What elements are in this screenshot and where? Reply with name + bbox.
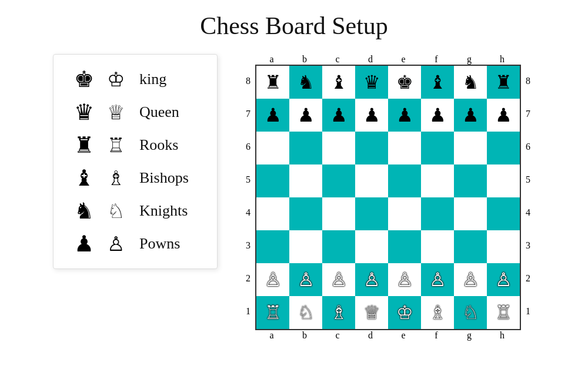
board-cell-7d: ♟ [355, 99, 388, 132]
col-label-bottom-a: a [255, 330, 288, 341]
col-label-bottom-g: g [453, 330, 486, 341]
col-label-bottom-b: b [288, 330, 321, 341]
board-cell-3f [421, 230, 454, 263]
piece-1d: ♕ [363, 301, 380, 324]
board-cell-1g: ♘ [454, 296, 487, 329]
col-label-top-c: c [321, 54, 354, 65]
board-cell-3g [454, 230, 487, 263]
legend-row-queen: ♛♕Queen [71, 99, 199, 125]
piece-2d: ♙ [363, 268, 380, 291]
board-cell-3d [355, 230, 388, 263]
board-cell-8e: ♚ [388, 66, 421, 99]
board-cell-5g [454, 164, 487, 197]
board-cell-3c [322, 230, 355, 263]
board-cell-4e [388, 197, 421, 230]
piece-black-bishops: ♝ [71, 165, 97, 191]
piece-2h: ♙ [495, 268, 512, 291]
piece-1f: ♗ [429, 301, 446, 324]
board-cell-8b: ♞ [289, 66, 322, 99]
row-label-left-4: 4 [241, 196, 255, 229]
piece-1a: ♖ [265, 301, 282, 324]
board-cell-1b: ♘ [289, 296, 322, 329]
piece-7b: ♟ [298, 104, 315, 126]
row-label-left-2: 2 [241, 262, 255, 295]
board-cell-7a: ♟ [256, 99, 289, 132]
board-cell-5a [256, 164, 289, 197]
board-cell-8g: ♞ [454, 66, 487, 99]
row-label-left-6: 6 [241, 130, 255, 163]
piece-label-king: king [139, 70, 166, 88]
piece-1c: ♗ [330, 301, 348, 324]
piece-8d: ♛ [363, 71, 380, 93]
row-label-right-2: 2 [521, 262, 535, 295]
piece-white-rooks: ♖ [103, 133, 129, 157]
board-cell-7g: ♟ [454, 99, 487, 132]
piece-white-knights: ♘ [103, 199, 129, 223]
col-label-top-a: a [255, 54, 288, 65]
piece-1g: ♘ [462, 301, 479, 324]
piece-white-bishops: ♗ [103, 166, 129, 190]
board-cell-5c [322, 164, 355, 197]
legend-row-knights: ♞♘Knights [71, 198, 199, 224]
board-cell-7h: ♟ [487, 99, 520, 132]
piece-7h: ♟ [495, 104, 512, 126]
row-label-left-1: 1 [241, 295, 255, 328]
board-cell-4h [487, 197, 520, 230]
row-label-left-7: 7 [241, 98, 255, 130]
board-cell-8f: ♝ [421, 66, 454, 99]
col-label-top-h: h [486, 54, 519, 65]
board-cell-5d [355, 164, 388, 197]
board-cell-6a [256, 132, 289, 164]
row-label-left-3: 3 [241, 229, 255, 262]
board-cell-3e [388, 230, 421, 263]
board-cell-7b: ♟ [289, 99, 322, 132]
piece-7e: ♟ [396, 104, 413, 126]
board-cell-4g [454, 197, 487, 230]
board-cell-6h [487, 132, 520, 164]
piece-8b: ♞ [298, 71, 315, 93]
board-with-coords: abcdefgh87654321♜♞♝♛♚♝♞♜♟♟♟♟♟♟♟♟♙♙♙♙♙♙♙♙… [241, 54, 535, 341]
board-cell-6f [421, 132, 454, 164]
board-cell-5f [421, 164, 454, 197]
piece-black-king: ♚ [71, 66, 97, 92]
row-label-right-3: 3 [521, 229, 535, 262]
board-cell-1d: ♕ [355, 296, 388, 329]
row-label-left-5: 5 [241, 163, 255, 196]
board-cell-5e [388, 164, 421, 197]
piece-7a: ♟ [265, 104, 282, 126]
board-cell-7f: ♟ [421, 99, 454, 132]
col-label-top-f: f [420, 54, 453, 65]
board-cell-6b [289, 132, 322, 164]
legend-row-king: ♚♔king [71, 66, 199, 92]
piece-8h: ♜ [495, 71, 512, 93]
board-cell-6g [454, 132, 487, 164]
board-cell-2h: ♙ [487, 263, 520, 296]
legend-card: ♚♔king♛♕Queen♜♖Rooks♝♗Bishops♞♘Knights♟♙… [53, 54, 218, 269]
piece-2e: ♙ [396, 268, 413, 291]
col-label-bottom-d: d [354, 330, 387, 341]
board-cell-1a: ♖ [256, 296, 289, 329]
piece-7c: ♟ [330, 104, 348, 126]
board-cell-4f [421, 197, 454, 230]
piece-1b: ♘ [298, 301, 315, 324]
board-cell-1h: ♖ [487, 296, 520, 329]
piece-7f: ♟ [429, 104, 446, 126]
legend-row-powns: ♟♙Powns [71, 231, 199, 257]
board-cell-2e: ♙ [388, 263, 421, 296]
board-cell-3a [256, 230, 289, 263]
board-cell-6c [322, 132, 355, 164]
piece-8a: ♜ [265, 71, 282, 93]
piece-black-rooks: ♜ [71, 132, 97, 158]
piece-7d: ♟ [363, 104, 380, 126]
row-label-right-7: 7 [521, 98, 535, 130]
piece-white-king: ♔ [103, 68, 129, 91]
board-cell-8c: ♝ [322, 66, 355, 99]
col-label-bottom-h: h [486, 330, 519, 341]
board-cell-7c: ♟ [322, 99, 355, 132]
board-cell-8a: ♜ [256, 66, 289, 99]
legend-row-rooks: ♜♖Rooks [71, 132, 199, 158]
piece-black-knights: ♞ [71, 198, 97, 224]
board-container: abcdefgh87654321♜♞♝♛♚♝♞♜♟♟♟♟♟♟♟♟♙♙♙♙♙♙♙♙… [241, 54, 535, 341]
row-label-right-6: 6 [521, 130, 535, 163]
legend-row-bishops: ♝♗Bishops [71, 165, 199, 191]
